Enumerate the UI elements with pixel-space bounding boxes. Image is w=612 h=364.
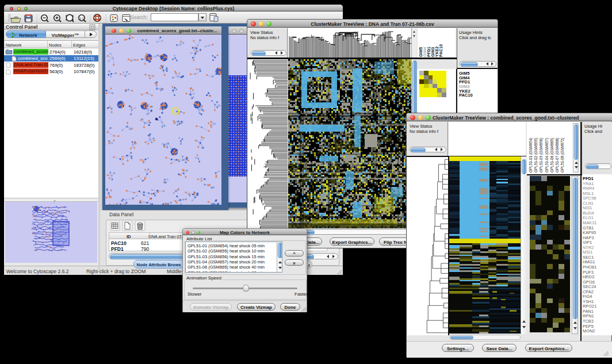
svg-text:1:1: 1:1	[79, 17, 84, 20]
